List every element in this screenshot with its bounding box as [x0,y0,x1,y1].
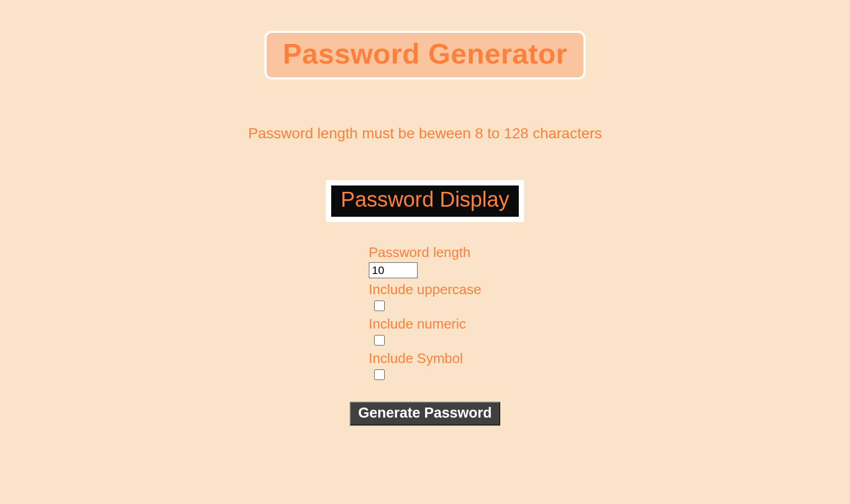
length-hint-text: Password length must be beween 8 to 128 … [248,125,602,142]
symbol-checkbox-row [374,369,385,382]
symbol-label: Include Symbol [369,350,463,367]
generate-button[interactable]: Generate Password [350,402,500,426]
title-container: Password Generator [264,31,585,79]
page-title: Password Generator [282,37,567,70]
uppercase-checkbox[interactable] [374,300,385,311]
button-wrap: Generate Password [350,402,500,426]
length-label: Password length [369,244,471,261]
password-display-wrap: Password Display [326,180,524,222]
password-display: Password Display [331,185,519,217]
numeric-label: Include numeric [369,316,466,332]
uppercase-label: Include uppercase [369,281,481,298]
options-form: Password length Include uppercase Includ… [369,244,481,385]
numeric-checkbox[interactable] [374,335,385,346]
numeric-checkbox-row [374,335,385,348]
uppercase-checkbox-row [374,300,385,313]
length-input[interactable] [369,262,418,278]
symbol-checkbox[interactable] [374,369,385,380]
